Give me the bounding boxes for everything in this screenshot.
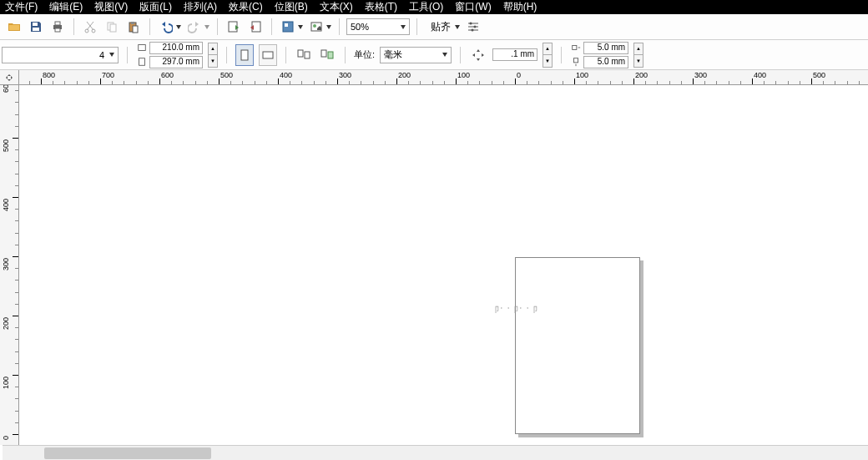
width-icon xyxy=(136,42,148,53)
open-button[interactable] xyxy=(5,18,23,36)
svg-rect-4 xyxy=(55,28,60,32)
export-button[interactable] xyxy=(246,18,265,36)
vertical-ruler[interactable]: 0100200300400500600 xyxy=(0,85,19,445)
chevron-down-icon xyxy=(109,53,114,57)
duplicate-x-input[interactable]: 5.0 mm xyxy=(583,42,628,54)
import-button[interactable] xyxy=(225,18,243,36)
unit-label: 单位: xyxy=(354,48,375,61)
svg-rect-28 xyxy=(328,52,333,58)
chevron-down-icon xyxy=(401,25,406,29)
chevron-down-icon xyxy=(442,53,447,57)
svg-point-18 xyxy=(470,23,472,25)
document-page[interactable] xyxy=(515,257,640,434)
menu-view[interactable]: 视图(V) xyxy=(94,0,128,14)
scrollbar-thumb[interactable] xyxy=(44,447,211,459)
canvas-area[interactable]: 卩' '卩' '卩 xyxy=(19,85,868,445)
redo-button[interactable] xyxy=(185,18,204,36)
workspace: 8007006005004003002001000100200300400500… xyxy=(0,70,868,460)
svg-rect-30 xyxy=(573,58,578,63)
separator xyxy=(226,47,227,63)
preset-value: 4 xyxy=(99,50,104,60)
horizontal-scrollbar[interactable] xyxy=(3,445,868,460)
save-button[interactable] xyxy=(27,18,45,36)
svg-rect-0 xyxy=(33,23,38,26)
menu-arrange[interactable]: 排列(A) xyxy=(184,0,217,14)
nudge-spinner[interactable]: ▲▼ xyxy=(542,43,553,68)
zoom-value: 50% xyxy=(351,22,369,32)
dup-x-icon xyxy=(570,42,582,53)
nudge-input[interactable]: .1 mm xyxy=(492,48,537,61)
app-launcher-dropdown[interactable] xyxy=(297,18,304,36)
copy-button[interactable] xyxy=(103,18,121,36)
svg-rect-8 xyxy=(110,24,116,32)
landscape-button[interactable] xyxy=(259,44,277,66)
unit-value: 毫米 xyxy=(384,48,402,61)
svg-rect-27 xyxy=(321,50,326,57)
undo-button[interactable] xyxy=(157,18,175,36)
ruler-corner[interactable] xyxy=(0,70,19,85)
print-button[interactable] xyxy=(48,18,67,36)
menu-help[interactable]: 帮助(H) xyxy=(503,0,537,14)
menu-text[interactable]: 文本(X) xyxy=(320,0,353,14)
horizontal-ruler[interactable]: 8007006005004003002001000100200300400500… xyxy=(19,70,868,85)
welcome-dropdown[interactable] xyxy=(326,18,332,36)
menu-bitmaps[interactable]: 位图(B) xyxy=(275,0,308,14)
separator xyxy=(271,18,272,35)
menu-bar: 文件(F) 编辑(E) 视图(V) 版面(L) 排列(A) 效果(C) 位图(B… xyxy=(0,0,868,14)
menu-file[interactable]: 文件(F) xyxy=(5,0,38,14)
separator xyxy=(416,18,417,35)
standard-toolbar: 50% 贴齐 xyxy=(0,14,868,40)
options-button[interactable] xyxy=(464,18,482,36)
svg-point-20 xyxy=(472,29,474,32)
svg-rect-23 xyxy=(241,50,248,60)
duplicate-y-input[interactable]: 5.0 mm xyxy=(583,56,628,68)
svg-rect-3 xyxy=(55,22,60,25)
svg-rect-21 xyxy=(139,45,146,51)
welcome-button[interactable] xyxy=(307,18,326,36)
snap-dropdown[interactable] xyxy=(454,18,461,36)
dup-y-icon xyxy=(570,56,582,68)
separator xyxy=(73,18,74,35)
page-width-input[interactable]: 210.0 mm xyxy=(149,42,203,54)
svg-rect-10 xyxy=(131,22,134,24)
all-pages-button[interactable] xyxy=(295,46,313,64)
undo-dropdown[interactable] xyxy=(175,18,182,36)
paste-button[interactable] xyxy=(124,18,143,36)
height-icon xyxy=(136,56,148,68)
zoom-select[interactable]: 50% xyxy=(346,18,410,35)
svg-point-19 xyxy=(474,26,477,28)
menu-tables[interactable]: 表格(T) xyxy=(365,0,397,14)
redo-dropdown[interactable] xyxy=(204,18,210,36)
svg-rect-24 xyxy=(263,52,273,58)
page-dim-spinner[interactable]: ▲▼ xyxy=(208,43,218,68)
portrait-button[interactable] xyxy=(235,44,254,66)
svg-rect-15 xyxy=(285,23,288,27)
separator xyxy=(217,18,218,35)
separator xyxy=(285,47,286,63)
page-preset-select[interactable]: 4 xyxy=(2,47,119,63)
separator xyxy=(149,18,150,35)
app-launcher-button[interactable] xyxy=(279,18,297,36)
page-height-input[interactable]: 297.0 mm xyxy=(149,56,203,68)
svg-rect-11 xyxy=(133,26,138,33)
menu-layout[interactable]: 版面(L) xyxy=(139,0,172,14)
cut-button[interactable] xyxy=(81,18,99,36)
svg-rect-1 xyxy=(33,28,39,31)
separator xyxy=(339,18,340,35)
snap-label: 贴齐 xyxy=(431,20,451,34)
nudge-icon xyxy=(469,46,487,64)
menu-effects[interactable]: 效果(C) xyxy=(229,0,263,14)
menu-tools[interactable]: 工具(O) xyxy=(409,0,443,14)
duplicate-spinner[interactable]: ▲▼ xyxy=(633,43,643,68)
current-page-button[interactable] xyxy=(318,46,336,64)
svg-rect-25 xyxy=(298,50,303,57)
svg-rect-22 xyxy=(139,58,145,66)
separator xyxy=(127,47,128,63)
menu-window[interactable]: 窗口(W) xyxy=(455,0,491,14)
unit-select[interactable]: 毫米 xyxy=(380,47,452,63)
menu-edit[interactable]: 编辑(E) xyxy=(49,0,83,14)
svg-point-17 xyxy=(313,24,316,28)
svg-rect-26 xyxy=(305,52,310,58)
separator xyxy=(460,47,461,63)
property-bar: 4 210.0 mm 297.0 mm ▲▼ 单位: 毫米 .1 mm ▲▼ 5… xyxy=(0,40,868,70)
